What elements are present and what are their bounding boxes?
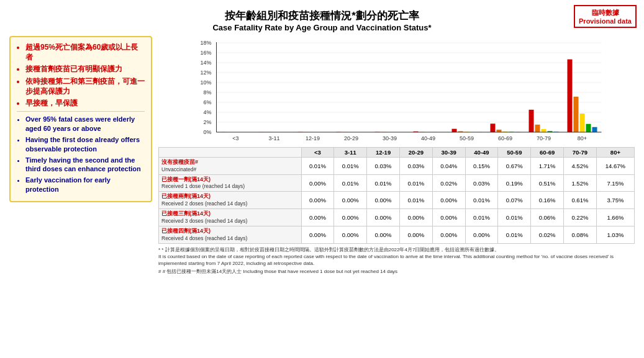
table-cell: 0.00% [334, 209, 367, 226]
table-cell: 0.16% [531, 192, 564, 209]
table-cell: 0.01% [301, 158, 334, 175]
provisional-zh: 臨時數據 [579, 8, 632, 17]
table-row: 已接種兩劑(滿14天)Received 2 doses (reached 14 … [159, 192, 635, 209]
table-cell: 0.01% [498, 226, 531, 243]
svg-text:60-69: 60-69 [498, 135, 512, 141]
table-cell: 14.67% [596, 158, 634, 175]
col-header-1: 3-11 [334, 148, 367, 158]
svg-rect-71 [529, 110, 534, 132]
table-cell: 0.00% [334, 192, 367, 209]
svg-text:12-19: 12-19 [306, 135, 320, 141]
table-cell: 0.00% [367, 192, 400, 209]
table-cell: 1.66% [596, 209, 634, 226]
svg-rect-80 [592, 127, 597, 132]
table-cell: 0.01% [465, 192, 498, 209]
table-cell: 0.03% [465, 174, 498, 192]
footer-hash: # # 包括已接種一劑但未滿14天的人士 Including those tha… [158, 268, 635, 275]
svg-rect-72 [535, 125, 540, 132]
en-bullet-4: Early vaccination for early protection [25, 176, 145, 194]
table-cell: 0.01% [334, 174, 367, 192]
svg-rect-66 [491, 123, 496, 132]
table-row: 已接種四劑(滿14天)Received 4 doses (reached 14 … [159, 226, 635, 243]
chart-container: 0% 2% 4% 6% 8% 10% 12% 14% [158, 36, 635, 145]
svg-text:<3: <3 [232, 135, 238, 141]
col-header-6: 50-59 [498, 148, 531, 158]
table-cell: 0.61% [564, 192, 597, 209]
divider [17, 111, 145, 112]
table-cell: 0.51% [531, 174, 564, 192]
col-header-3: 20-29 [399, 148, 432, 158]
svg-rect-76 [568, 60, 573, 132]
col-header-0: <3 [301, 148, 334, 158]
col-header-2: 12-19 [367, 148, 400, 158]
provisional-en: Provisional data [579, 17, 632, 25]
en-bullet-3: Timely having the second and the third d… [25, 156, 145, 174]
main-title-en: Case Fatality Rate by Age Group and Vacc… [9, 23, 635, 32]
svg-text:3-11: 3-11 [268, 135, 279, 141]
svg-text:0%: 0% [203, 129, 211, 135]
zh-bullet-3: 依時接種第二和第三劑疫苗，可進一步提高保護力 [25, 76, 145, 96]
en-bullet-2: Having the first dose already offers obs… [25, 135, 145, 154]
svg-rect-73 [542, 129, 546, 132]
table-cell: 0.01% [399, 174, 432, 192]
table-cell: 0.03% [367, 158, 400, 175]
table-cell: 0.01% [367, 174, 400, 192]
table-cell: 0.03% [399, 158, 432, 175]
svg-text:40-49: 40-49 [421, 135, 435, 141]
content-area: 超過95%死亡個案為60歲或以上長者 接種首劑疫苗已有明顯保護力 依時接種第二和… [9, 36, 635, 275]
svg-text:6%: 6% [203, 99, 211, 105]
svg-rect-78 [580, 114, 585, 132]
table-cell: 0.22% [564, 209, 597, 226]
svg-rect-77 [574, 97, 579, 132]
col-header-7: 60-69 [531, 148, 564, 158]
svg-text:70-79: 70-79 [537, 135, 551, 141]
table-cell: 0.02% [531, 226, 564, 243]
table-cell: 0.00% [432, 192, 465, 209]
table-cell: 0.00% [367, 226, 400, 243]
provisional-badge: 臨時數據 Provisional data [574, 5, 637, 28]
table-cell: 1.71% [531, 158, 564, 175]
zh-bullet-list: 超過95%死亡個案為60歲或以上長者 接種首劑疫苗已有明顯保護力 依時接種第二和… [17, 42, 145, 108]
svg-text:30-39: 30-39 [383, 135, 397, 141]
table-cell: 0.00% [301, 209, 334, 226]
svg-text:80+: 80+ [578, 135, 587, 141]
table-row: 已接種一劑(滿14天)Received 1 dose (reached 14 d… [159, 174, 635, 192]
table-cell: 4.52% [564, 158, 597, 175]
table-cell: 0.04% [432, 158, 465, 175]
table-cell: 0.01% [334, 158, 367, 175]
table-cell: 0.08% [564, 226, 597, 243]
table-cell: 0.00% [301, 192, 334, 209]
table-cell: 0.00% [301, 174, 334, 192]
en-bullet-1: Over 95% fatal cases were elderly aged 6… [25, 115, 145, 133]
data-table: <3 3-11 12-19 20-29 30-39 40-49 50-59 60… [158, 147, 635, 244]
svg-text:14%: 14% [200, 60, 211, 66]
table-cell: 0.02% [432, 174, 465, 192]
zh-bullet-1: 超過95%死亡個案為60歲或以上長者 [25, 42, 145, 62]
svg-text:50-59: 50-59 [460, 135, 474, 141]
col-header-5: 40-49 [465, 148, 498, 158]
table-cell: 0.00% [432, 209, 465, 226]
svg-rect-79 [586, 124, 591, 132]
right-panel: 0% 2% 4% 6% 8% 10% 12% 14% [158, 36, 635, 275]
main-title-zh: 按年齡組別和疫苗接種情況*劃分的死亡率 [9, 9, 635, 23]
table-cell: 0.00% [367, 209, 400, 226]
svg-rect-67 [497, 130, 502, 132]
table-cell: 0.07% [498, 192, 531, 209]
zh-bullet-2: 接種首劑疫苗已有明顯保護力 [25, 64, 145, 74]
table-cell: 0.01% [465, 209, 498, 226]
left-panel: 超過95%死亡個案為60歲或以上長者 接種首劑疫苗已有明顯保護力 依時接種第二和… [9, 36, 152, 202]
svg-text:2%: 2% [203, 119, 211, 125]
table-cell: 3.75% [596, 192, 634, 209]
footer-text: * * 計算是根據個別個案的呈報日期，相對於疫苗接種日期之時間間隔。這額外對計算… [158, 246, 635, 275]
page-container: 臨時數據 Provisional data 按年齡組別和疫苗接種情況*劃分的死亡… [0, 0, 644, 358]
table-cell: 0.00% [334, 226, 367, 243]
table-cell: 0.00% [399, 226, 432, 243]
table-cell: 0.15% [465, 158, 498, 175]
table-cell: 0.06% [531, 209, 564, 226]
table-cell: 0.00% [432, 226, 465, 243]
svg-rect-61 [452, 129, 457, 132]
table-cell: 1.03% [596, 226, 634, 243]
zh-bullet-4: 早接種，早保護 [25, 98, 145, 108]
svg-text:20-29: 20-29 [344, 135, 358, 141]
svg-text:4%: 4% [203, 109, 211, 115]
